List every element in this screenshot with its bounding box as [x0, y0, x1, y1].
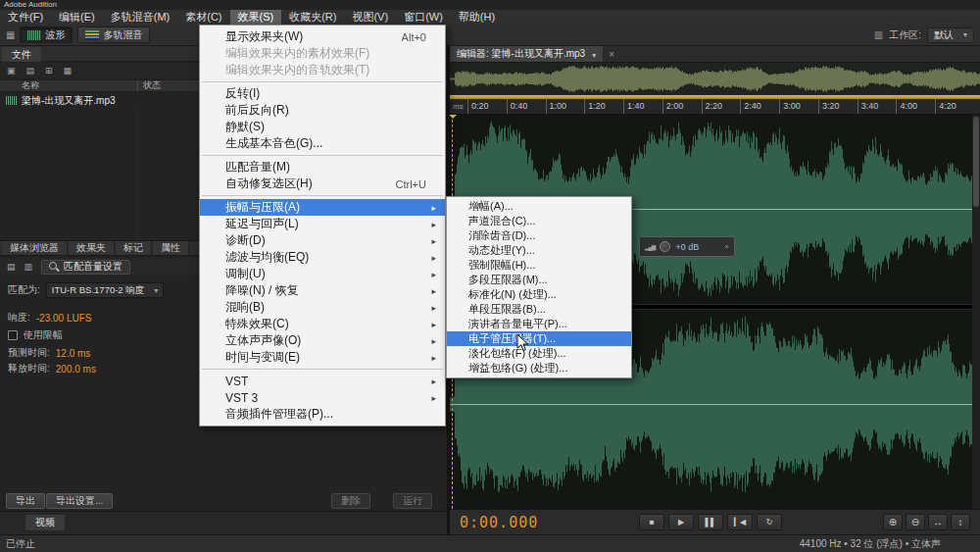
effects-menu-item[interactable]: 反转(I)	[200, 85, 445, 102]
menu-file[interactable]: 文件(F)	[0, 10, 51, 25]
effects-menu-item[interactable]: 匹配音量(M)	[200, 159, 445, 176]
submenu-arrow-icon	[426, 220, 436, 229]
match-volume-settings-button[interactable]: 匹配音量设置	[41, 260, 130, 275]
match-to-select[interactable]: ITU-R BS.1770-2 响度	[46, 282, 165, 298]
submenu-item[interactable]: 强制限幅(H)...	[447, 258, 631, 273]
use-limiter-checkbox[interactable]	[8, 330, 18, 340]
effects-menu-item[interactable]: 立体声声像(O)	[200, 332, 445, 349]
loudness-value[interactable]: -23.00 LUFS	[36, 313, 92, 324]
volume-hud[interactable]: ▂▄▆ +0 dB ×	[639, 236, 735, 257]
effects-menu-item[interactable]: 滤波与均衡(EQ)	[200, 249, 445, 266]
zoom-horizontal-button[interactable]: ↔	[928, 514, 948, 530]
tab-markers[interactable]: 标记	[116, 241, 152, 255]
tab-effects-rack[interactable]: 效果夹	[69, 241, 115, 255]
submenu-item[interactable]: 单段压限器(B)...	[447, 302, 631, 317]
menu-edit[interactable]: 编辑(E)	[51, 10, 103, 25]
effects-menu-item[interactable]: 调制(U)	[200, 266, 445, 282]
delete-file-icon[interactable]: ▦	[64, 66, 73, 75]
zoom-in-button[interactable]: ⊕	[883, 514, 903, 530]
editor-tab[interactable]: 编辑器: 梁博-出现又离开.mp3	[450, 46, 604, 62]
hud-close-icon[interactable]: ×	[724, 242, 729, 251]
ruler-labels: 0:200:401:001:201:402:002:202:403:003:20…	[467, 99, 974, 114]
submenu-item[interactable]: 增益包络(G) (处理)...	[447, 361, 631, 376]
video-panel-tab[interactable]: 视频	[25, 515, 65, 530]
menu-multitrack[interactable]: 多轨混音(M)	[103, 10, 178, 25]
menubar: 文件(F) 编辑(E) 多轨混音(M) 素材(C) 效果(S) 收藏夹(R) 视…	[0, 10, 980, 25]
effects-menu-item[interactable]: 混响(B)	[200, 299, 445, 316]
submenu-item[interactable]: 演讲者音量电平(P)...	[447, 317, 631, 331]
effects-menu-item[interactable]: 前后反向(R)	[200, 102, 445, 119]
new-file-icon[interactable]: ⊞	[45, 66, 53, 75]
volume-knob[interactable]	[660, 241, 670, 252]
loop-button[interactable]: ↻	[757, 514, 782, 530]
submenu-item[interactable]: 增幅(A)...	[447, 199, 631, 214]
submenu-item[interactable]: 多段压限器(M)...	[447, 273, 631, 287]
effects-menu-item[interactable]: 振幅与压限(A)	[200, 199, 445, 216]
export-settings-button[interactable]: 导出设置...	[46, 493, 113, 509]
release-label: 释放时间:	[8, 362, 50, 376]
tab-media-browser[interactable]: 媒体浏览器	[2, 241, 68, 255]
submenu-arrow-icon	[426, 203, 436, 213]
menu-view[interactable]: 视图(V)	[344, 10, 396, 25]
export-button[interactable]: 导出	[6, 493, 45, 509]
effects-menu-item[interactable]: 诊断(D)	[200, 232, 445, 249]
scrollbar-thumb[interactable]	[973, 117, 979, 207]
effects-menu-item[interactable]: 自动修复选区(H) Ctrl+U	[200, 176, 445, 192]
workspace-select[interactable]: 默认	[927, 27, 974, 43]
magnifier-icon	[49, 262, 59, 272]
effects-menu-item[interactable]: 时间与变调(E)	[200, 349, 445, 366]
submenu-item[interactable]: 动态处理(Y)...	[447, 243, 631, 258]
menu-favorites[interactable]: 收藏夹(R)	[281, 10, 344, 25]
workspace-panels-icon[interactable]: ▥	[874, 29, 883, 40]
submenu-arrow-icon	[426, 353, 436, 363]
files-panel-tab[interactable]: 文件	[2, 47, 41, 62]
effects-menu-item	[202, 369, 443, 370]
waveform-view-button[interactable]: 波形	[20, 26, 73, 43]
lookahead-value[interactable]: 12.0 ms	[56, 348, 91, 359]
menu-window[interactable]: 窗口(W)	[396, 10, 451, 25]
column-name[interactable]: 名称	[0, 79, 137, 92]
tab-properties[interactable]: 属性	[153, 241, 189, 255]
pause-button[interactable]: ▌▌	[698, 514, 723, 530]
effects-menu-item[interactable]: 生成基本音色(G)...	[200, 135, 445, 152]
time-display[interactable]: 0:00.000	[460, 514, 538, 531]
panel-grid-icon[interactable]: ▦	[6, 29, 15, 40]
ruler-label: 1:40	[623, 99, 662, 114]
zoom-out-button[interactable]: ⊖	[906, 514, 925, 530]
submenu-item[interactable]: 电子管压限器(T)...	[447, 331, 631, 346]
menu-clip[interactable]: 素材(C)	[177, 10, 229, 25]
volume-value[interactable]: +0 dB	[675, 242, 699, 252]
open-file-icon[interactable]: ▣	[7, 66, 16, 75]
effects-menu-item[interactable]: 降噪(N) / 恢复	[200, 282, 445, 299]
submenu-item[interactable]: 淡化包络(F) (处理)...	[447, 346, 631, 361]
stop-button[interactable]: ■	[639, 514, 664, 530]
multitrack-view-button[interactable]: 多轨混音	[77, 26, 150, 43]
effects-menu-item[interactable]: 显示效果夹(W) Alt+0	[200, 28, 445, 45]
effects-menu-item[interactable]: VST	[200, 373, 445, 389]
submenu-item[interactable]: 标准化(N) (处理)...	[447, 287, 631, 302]
effects-menu-item[interactable]: 特殊效果(C)	[200, 316, 445, 332]
settings-icon[interactable]: ▥	[24, 262, 33, 272]
play-button[interactable]: ▶	[668, 514, 694, 530]
effects-menu-item[interactable]: 延迟与回声(L)	[200, 216, 445, 232]
effects-menu-item[interactable]: VST 3	[200, 389, 445, 406]
chevron-down-icon[interactable]	[592, 49, 596, 60]
zoom-vertical-button[interactable]: ↕	[951, 514, 970, 530]
skip-to-start-button[interactable]: ▎◀	[727, 514, 753, 530]
submenu-item[interactable]: 声道混合(C)...	[447, 214, 631, 228]
delete-button[interactable]: 删除	[331, 493, 370, 509]
vertical-scrollbar[interactable]	[972, 115, 980, 509]
menu-help[interactable]: 帮助(H)	[451, 10, 503, 25]
effects-menu-item[interactable]: 静默(S)	[200, 119, 445, 135]
effects-menu-item[interactable]: 音频插件管理器(P)...	[200, 406, 445, 423]
release-value[interactable]: 200.0 ms	[56, 364, 96, 375]
submenu-item[interactable]: 消除齿音(D)...	[447, 228, 631, 243]
run-button[interactable]: 运行	[393, 493, 432, 509]
export-icon[interactable]: ▤	[7, 262, 16, 272]
timeline-ruler[interactable]: ms 0:200:401:001:201:402:002:202:403:003…	[450, 99, 980, 115]
close-icon[interactable]: ×	[609, 49, 614, 60]
waveform-overview[interactable]	[450, 63, 980, 95]
menu-effects[interactable]: 效果(S)	[230, 10, 282, 25]
import-file-icon[interactable]: ▤	[26, 66, 35, 75]
ruler-unit-label: ms	[453, 102, 464, 111]
